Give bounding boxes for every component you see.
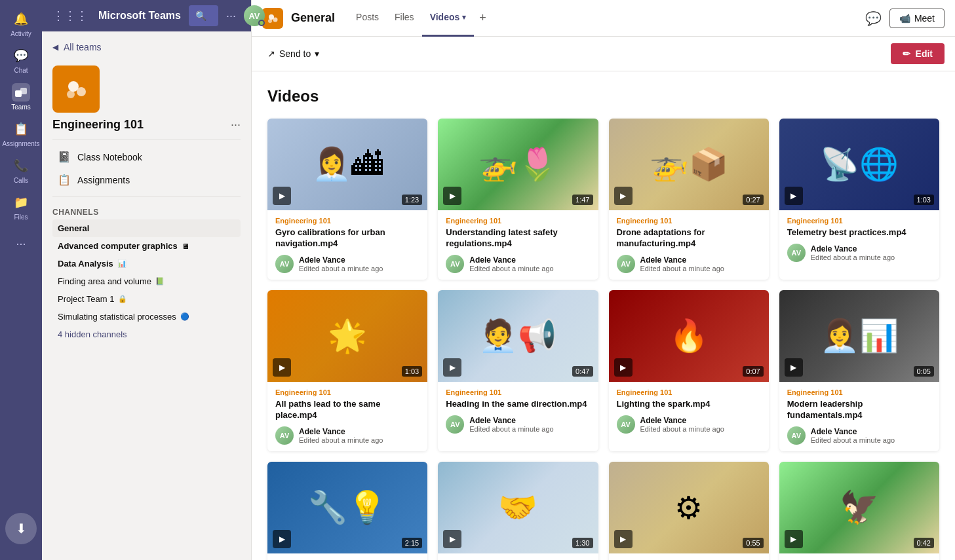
play-button[interactable]: ▶ (273, 187, 291, 205)
tab-posts[interactable]: Posts (348, 0, 387, 37)
avatar[interactable]: AV (244, 5, 265, 26)
chat-icon-button[interactable]: 💬 (865, 10, 882, 26)
video-duration: 0:27 (743, 195, 763, 205)
meet-video-icon: 📹 (899, 13, 910, 24)
channel-general[interactable]: General (52, 219, 241, 237)
video-author: AV Adele Vance Edited about a minute ago (787, 426, 931, 445)
chat-icon: 💬 (12, 47, 30, 65)
channel-data-analysis[interactable]: Data Analysis 📊 (52, 255, 241, 272)
author-time: Edited about a minute ago (640, 265, 724, 272)
download-button[interactable]: ⬇ (5, 513, 37, 544)
video-thumb: 🧑‍💼📢 ▶ 0:47 (438, 290, 598, 382)
video-thumb: 🦅 ▶ 0:42 (779, 462, 939, 553)
video-card[interactable]: 🚁📦 ▶ 0:27 Engineering 101 Drone adaptati… (609, 119, 769, 280)
video-card[interactable]: 🔧💡 ▶ 2:15 Engineering 101 Introduction t… (267, 462, 427, 560)
nav-assignments[interactable]: 📋 Assignments (0, 115, 42, 152)
channel-general-label: General (58, 223, 89, 233)
video-info: Engineering 101 Telemetry best practices… (779, 210, 939, 269)
teams-panel: ⋮⋮⋮ Microsoft Teams 🔍 ··· AV ◀ All teams (42, 0, 252, 560)
class-notebook-nav[interactable]: 📓 Class Notebook (52, 145, 241, 168)
video-card[interactable]: 🚁🌷 ▶ 1:47 Engineering 101 Understanding … (438, 119, 598, 280)
topbar-grid-icon[interactable]: ⋮⋮⋮ (52, 9, 88, 23)
author-time: Edited about a minute ago (811, 436, 895, 444)
hidden-channels[interactable]: 4 hidden channels (52, 326, 241, 343)
author-avatar: AV (617, 255, 635, 273)
nav-calls[interactable]: 📞 Calls (0, 152, 42, 189)
edit-button[interactable]: ✏ Edit (891, 43, 945, 64)
play-button[interactable]: ▶ (614, 187, 633, 205)
video-card[interactable]: 👩‍💼📊 ▶ 0:05 Engineering 101 Modern leade… (779, 290, 939, 451)
add-tab-button[interactable]: + (474, 11, 492, 25)
video-name: Telemetry best practices.mp4 (787, 227, 931, 238)
play-button[interactable]: ▶ (614, 530, 633, 548)
video-card[interactable]: 🔥 ▶ 0:07 Engineering 101 Lighting the sp… (609, 290, 769, 451)
video-duration: 1:03 (914, 195, 934, 205)
channel-advanced-cg[interactable]: Advanced computer graphics 🖥 (52, 237, 241, 255)
svg-point-6 (273, 17, 278, 22)
video-thumb: 🚁🌷 ▶ 1:47 (438, 119, 598, 210)
nav-activity[interactable]: 🔔 Activity (0, 5, 42, 42)
author-avatar: AV (787, 426, 806, 445)
channel-project-team[interactable]: Project Team 1 🔒 (52, 290, 241, 308)
channel-project-team-badge: 🔒 (118, 295, 127, 303)
video-card[interactable]: 🌟 ▶ 1:03 Engineering 101 All paths lead … (267, 290, 427, 451)
channel-area-volume[interactable]: Finding area and volume 📗 (52, 272, 241, 290)
tab-videos[interactable]: Videos ▾ (422, 0, 475, 37)
video-thumb: 👩‍💼🏙 ▶ 1:23 (267, 119, 427, 210)
send-to-icon: ↗ (267, 48, 275, 59)
play-button[interactable]: ▶ (273, 530, 291, 548)
calls-icon: 📞 (12, 157, 30, 175)
video-card[interactable]: 📡🌐 ▶ 1:03 Engineering 101 Telemetry best… (779, 119, 939, 280)
header-right: 💬 📹 Meet (865, 9, 945, 28)
play-button[interactable]: ▶ (614, 358, 633, 377)
video-author: AV Adele Vance Edited about a minute ago (446, 255, 590, 273)
svg-point-3 (77, 87, 86, 96)
play-button[interactable]: ▶ (443, 358, 461, 377)
channels-section: Channels General Advanced computer graph… (42, 202, 251, 343)
video-thumb: 🌟 ▶ 1:03 (267, 290, 427, 382)
video-name: Heading in the same direction.mp4 (446, 399, 590, 410)
nav-teams[interactable]: Teams (0, 79, 42, 115)
search-bar[interactable]: 🔍 (189, 5, 218, 26)
channel-tabs: Posts Files Videos ▾ + (348, 0, 492, 37)
team-menu-button[interactable]: ··· (231, 118, 241, 132)
video-duration: 0:55 (743, 538, 763, 548)
play-button[interactable]: ▶ (785, 187, 803, 205)
nav-files[interactable]: 📁 Files (0, 189, 42, 225)
video-card[interactable]: 👩‍💼🏙 ▶ 1:23 Engineering 101 Gyro calibra… (267, 119, 427, 280)
topbar-more-icon[interactable]: ··· (226, 9, 236, 23)
back-to-all-teams[interactable]: ◀ All teams (42, 31, 251, 58)
svg-rect-1 (20, 88, 27, 94)
author-time: Edited about a minute ago (299, 265, 383, 272)
channel-simulating[interactable]: Simulating statistical processes 🔵 (52, 308, 241, 326)
back-arrow-icon: ◀ (52, 43, 58, 52)
play-button[interactable]: ▶ (785, 358, 803, 377)
video-card[interactable]: ⚙ ▶ 0:55 Engineering 101 Advanced system… (609, 462, 769, 560)
play-button[interactable]: ▶ (785, 530, 803, 548)
video-team: Engineering 101 (617, 388, 761, 396)
video-card[interactable]: 🦅 ▶ 0:42 Engineering 101 Project plannin… (779, 462, 939, 560)
more-icon: ··· (12, 234, 30, 253)
videos-grid: 👩‍💼🏙 ▶ 1:23 Engineering 101 Gyro calibra… (267, 119, 939, 560)
tab-files[interactable]: Files (387, 0, 422, 37)
video-team: Engineering 101 (446, 217, 590, 225)
play-button[interactable]: ▶ (443, 187, 461, 205)
channel-title: General (291, 11, 335, 25)
send-to-button[interactable]: ↗ Send to ▾ (262, 46, 324, 62)
video-name: All paths lead to the same place.mp4 (275, 399, 419, 421)
nav-chat[interactable]: 💬 Chat (0, 42, 42, 79)
video-card[interactable]: 🤝 ▶ 1:30 Engineering 101 Team collaborat… (438, 462, 598, 560)
video-card[interactable]: 🧑‍💼📢 ▶ 0:47 Engineering 101 Heading in t… (438, 290, 598, 451)
author-avatar: AV (617, 415, 635, 434)
nav-more[interactable]: ··· (0, 225, 42, 262)
search-icon: 🔍 (195, 10, 206, 21)
assignments-nav[interactable]: 📋 Assignments (52, 168, 241, 191)
play-button[interactable]: ▶ (273, 358, 291, 377)
author-name: Adele Vance (299, 427, 383, 436)
videos-area[interactable]: Videos 👩‍💼🏙 ▶ 1:23 Engineering 101 Gyro … (252, 71, 955, 560)
video-duration: 1:30 (572, 538, 593, 548)
video-info: Engineering 101 Modern leadership fundam… (779, 382, 939, 451)
play-button[interactable]: ▶ (443, 530, 461, 548)
meet-button[interactable]: 📹 Meet (889, 9, 945, 28)
assignments-nav-icon: 📋 (58, 174, 71, 186)
